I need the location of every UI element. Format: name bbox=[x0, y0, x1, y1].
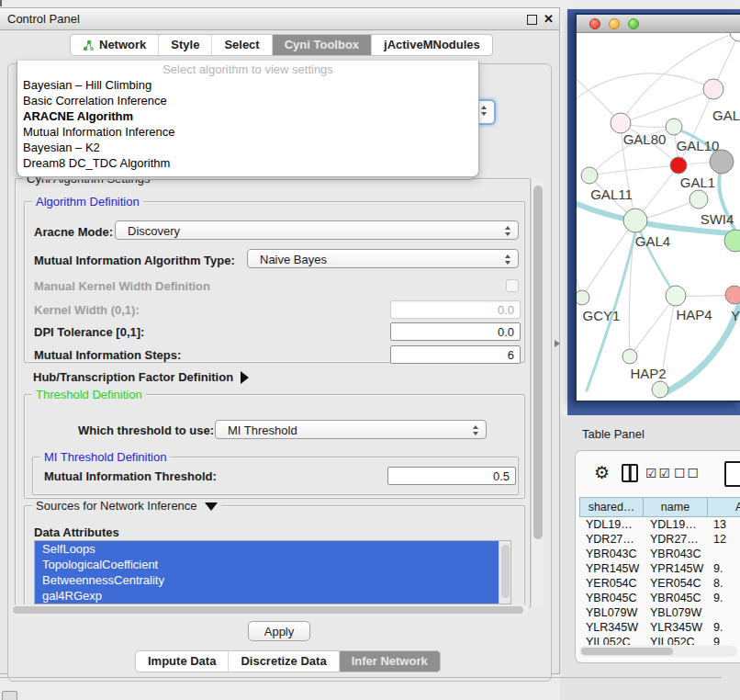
node-gal11[interactable] bbox=[581, 167, 598, 184]
mi-steps-field[interactable]: 6 bbox=[390, 345, 521, 364]
table-row[interactable]: YDL19…YDL19…13 bbox=[579, 517, 740, 532]
list-item-gal4rgexp[interactable]: gal4RGexp bbox=[35, 588, 507, 604]
dropdown-item-aracne[interactable]: ARACNE Algorithm bbox=[17, 108, 478, 124]
attributes-scrollbar-track bbox=[499, 541, 510, 604]
tab-impute-data-label: Impute Data bbox=[148, 651, 216, 672]
node-gal-top[interactable] bbox=[703, 79, 723, 99]
splitter-collapse-arrow-icon[interactable] bbox=[555, 340, 560, 347]
tab-network-label: Network bbox=[99, 35, 146, 55]
tab-cyni-toolbox[interactable]: Cyni Toolbox bbox=[273, 35, 372, 55]
tab-impute-data[interactable]: Impute Data bbox=[136, 651, 229, 672]
columns-icon[interactable] bbox=[622, 464, 638, 482]
which-threshold-combobox[interactable]: MI Threshold bbox=[215, 420, 487, 439]
tab-jactivemnodules[interactable]: jActiveMNodules bbox=[372, 35, 492, 55]
table-row[interactable]: YBR045CYBR045C9. bbox=[579, 591, 740, 605]
mi-algorithm-type-combobox[interactable]: Naive Bayes bbox=[247, 249, 519, 268]
tab-network[interactable]: Network bbox=[71, 35, 159, 55]
combo-stepper-icon bbox=[473, 425, 479, 435]
data-attributes-label: Data Attributes bbox=[34, 525, 119, 539]
apply-button[interactable]: Apply bbox=[248, 621, 310, 641]
label-hap2: HAP2 bbox=[630, 366, 666, 381]
data-attributes-list: SelfLoops TopologicalCoefficient Between… bbox=[34, 540, 511, 604]
dpi-tolerance-field[interactable]: 0.0 bbox=[390, 322, 521, 341]
table-row[interactable]: YBR043CYBR043C bbox=[579, 547, 740, 561]
manual-kernel-width-label: Manual Kernel Width Definition bbox=[34, 279, 210, 293]
node-gal10[interactable] bbox=[666, 119, 682, 135]
close-traffic-light[interactable] bbox=[589, 18, 600, 29]
network-icon bbox=[83, 40, 95, 51]
select-all-checkboxes-icon[interactable]: ☑☑ bbox=[645, 466, 672, 480]
manual-kernel-width-checkbox[interactable] bbox=[506, 279, 519, 292]
node-top-right[interactable] bbox=[730, 33, 740, 41]
dropdown-item-dream8[interactable]: Dream8 DC_TDC Algorithm bbox=[17, 155, 478, 171]
label-hap4: HAP4 bbox=[676, 307, 712, 322]
node-salmon-right[interactable] bbox=[725, 286, 740, 304]
tab-infer-network-label: Infer Network bbox=[352, 651, 428, 672]
node-swi4[interactable] bbox=[690, 190, 708, 209]
table-hscrollbar-thumb[interactable] bbox=[581, 648, 673, 655]
which-threshold-value: MI Threshold bbox=[228, 423, 297, 437]
control-panel-window: Control Panel ✕ Network Style Select Cyn… bbox=[0, 7, 560, 674]
list-item-selfloops[interactable]: SelfLoops bbox=[35, 541, 507, 557]
minimize-traffic-light[interactable] bbox=[609, 18, 620, 29]
node-hap4[interactable] bbox=[666, 286, 686, 306]
mi-threshold-field[interactable]: 0.5 bbox=[387, 467, 516, 485]
new-table-icon[interactable] bbox=[724, 461, 740, 487]
mi-algorithm-type-value: Naive Bayes bbox=[260, 253, 327, 266]
node-gal4[interactable] bbox=[623, 209, 647, 232]
dropdown-item-bayesian-hill-climbing[interactable]: Bayesian – Hill Climbing bbox=[17, 77, 478, 93]
column-header-third[interactable]: A bbox=[708, 497, 740, 517]
label-y-cut: Y bbox=[731, 308, 740, 323]
node-gal80[interactable] bbox=[611, 113, 631, 133]
table-row[interactable]: YDR27…YDR27…12 bbox=[579, 532, 740, 547]
table-panel-body: ⚙ ☑☑ ☐☐ shared… name A YDL19…YDL19…13 YD… bbox=[575, 450, 740, 663]
settings-hscrollbar-thumb[interactable] bbox=[13, 606, 523, 614]
table-row[interactable]: YIL052CYIL052C9 bbox=[579, 635, 740, 645]
table-row[interactable]: YPR145WYPR145W9. bbox=[579, 561, 740, 576]
control-panel-tabs: Network Style Select Cyni Toolbox jActiv… bbox=[70, 34, 493, 56]
dropdown-item-basic-correlation[interactable]: Basic Correlation Inference bbox=[17, 93, 478, 108]
algorithm-combobox-end[interactable] bbox=[477, 99, 496, 125]
tab-select[interactable]: Select bbox=[212, 35, 272, 55]
deselect-all-checkboxes-icon[interactable]: ☐☐ bbox=[674, 466, 701, 480]
sources-title[interactable]: Sources for Network Inference bbox=[32, 499, 221, 513]
float-window-icon[interactable] bbox=[527, 15, 537, 25]
table-row[interactable]: YER054CYER054C8. bbox=[579, 576, 740, 591]
sources-title-text: Sources for Network Inference bbox=[36, 499, 197, 513]
table-row[interactable]: YBL079WYBL079W bbox=[579, 605, 740, 620]
tab-infer-network[interactable]: Infer Network bbox=[340, 651, 440, 672]
node-hap2[interactable] bbox=[622, 349, 637, 364]
table-rows-viewport: YDL19…YDL19…13 YDR27…YDR27…12 YBR043CYBR… bbox=[579, 517, 740, 645]
threshold-definition-group: Threshold Definition Which threshold to … bbox=[24, 394, 525, 499]
bottom-left-mini-button[interactable] bbox=[2, 691, 17, 700]
gear-icon[interactable]: ⚙ bbox=[594, 464, 610, 482]
list-item-topologicalcoefficient[interactable]: TopologicalCoefficient bbox=[35, 557, 507, 572]
column-header-shared-name[interactable]: shared… bbox=[579, 497, 644, 517]
list-item-betweennesscentrality[interactable]: BetweennessCentrality bbox=[35, 572, 507, 588]
attributes-scrollbar-thumb[interactable] bbox=[501, 545, 510, 598]
tab-cyni-toolbox-label: Cyni Toolbox bbox=[285, 35, 359, 55]
settings-scrollbar-thumb[interactable] bbox=[533, 186, 543, 539]
node-gcy1[interactable] bbox=[577, 290, 589, 305]
node-gal1-red[interactable] bbox=[670, 157, 687, 174]
aracne-mode-combobox[interactable]: Discovery bbox=[115, 220, 519, 240]
tab-discretize-data[interactable]: Discretize Data bbox=[229, 651, 339, 672]
kernel-width-field[interactable]: 0.0 bbox=[390, 300, 521, 319]
mi-threshold-definition-title: MI Threshold Definition bbox=[40, 450, 170, 464]
network-canvas[interactable]: GAL GAL80 GAL10 GAL1 GAL11 SWI4 GAL4 GCY… bbox=[577, 33, 740, 401]
table-row[interactable]: YLR345WYLR345W9. bbox=[579, 620, 740, 635]
dropdown-item-mutual-information[interactable]: Mutual Information Inference bbox=[17, 124, 478, 140]
algorithm-dropdown-list: Select algorithm to view settings Bayesi… bbox=[17, 61, 479, 177]
tab-jactivemnodules-label: jActiveMNodules bbox=[384, 35, 480, 55]
column-header-name[interactable]: name bbox=[644, 497, 708, 517]
tab-style[interactable]: Style bbox=[159, 35, 212, 55]
hub-transcription-factor-toggle[interactable]: Hub/Transcription Factor Definition bbox=[33, 368, 249, 385]
settings-hscrollbar-track bbox=[11, 604, 529, 615]
dropdown-item-bayesian-k2[interactable]: Bayesian – K2 bbox=[17, 140, 478, 155]
tab-style-label: Style bbox=[171, 35, 199, 55]
node-bottom[interactable] bbox=[652, 381, 668, 398]
zoom-traffic-light[interactable] bbox=[628, 18, 639, 29]
tab-discretize-data-label: Discretize Data bbox=[241, 651, 326, 672]
label-gal11: GAL11 bbox=[590, 186, 633, 202]
close-icon[interactable]: ✕ bbox=[544, 12, 554, 26]
